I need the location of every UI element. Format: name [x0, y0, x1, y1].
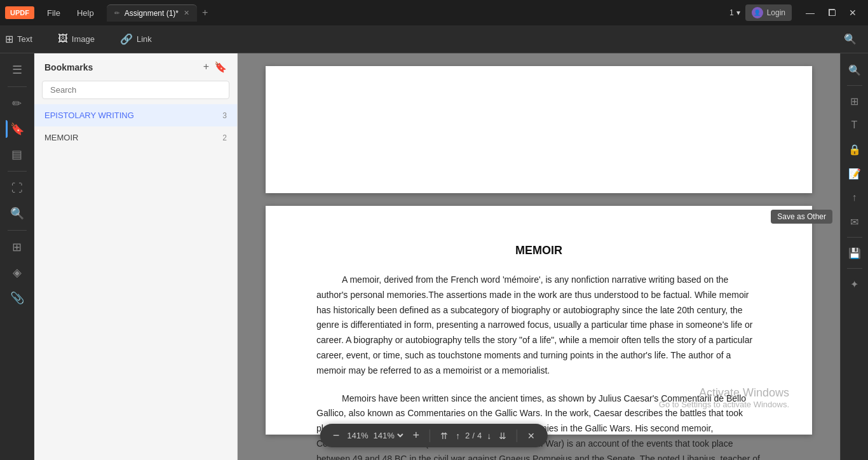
maximize-button[interactable]: ⧠ [824, 6, 840, 19]
minimize-button[interactable]: — [802, 6, 818, 19]
sidebar-icon-search[interactable]: 🔍 [6, 202, 29, 225]
right-icon-scan[interactable]: ⊞ [843, 90, 866, 112]
sidebar-divider-2 [8, 171, 27, 172]
sidebar-icon-layers[interactable]: ◈ [6, 261, 29, 284]
link-tool-icon: 🔗 [120, 33, 133, 45]
toolbar-right-area: 🔍 [840, 30, 860, 48]
page-display: 2 / 4 [465, 431, 482, 440]
close-bar-button[interactable]: ✕ [525, 430, 538, 442]
sidebar-icon-edit[interactable]: ✏ [6, 92, 29, 115]
add-bookmark-button[interactable]: + [203, 61, 209, 73]
tab-close-button[interactable]: ✕ [184, 9, 189, 17]
pdf-page-2: MEMOIR A memoir, derived from the French… [266, 206, 812, 435]
titlebar-right: 1 ▾ 👤 Login — ⧠ ✕ [729, 4, 860, 21]
right-icon-ocr[interactable]: T [843, 114, 866, 137]
pdf-paragraph-1: A memoir, derived from the French word '… [316, 273, 761, 379]
right-icon-share[interactable]: ↑ [843, 186, 866, 209]
tab-assignment[interactable]: ✏ Assignment (1)* ✕ [107, 4, 197, 22]
bar-divider-1 [430, 430, 430, 442]
active-indicator [6, 120, 8, 138]
new-tab-button[interactable]: + [197, 7, 213, 18]
right-icon-edit-file[interactable]: 📝 [843, 162, 866, 185]
login-label: Login [767, 8, 785, 17]
bookmark-item-label: EPISTOLARY WRITING [44, 111, 134, 120]
text-tool-label: Text [17, 34, 32, 44]
menu-help[interactable]: Help [69, 6, 102, 20]
sidebar-icon-attach[interactable]: 📎 [6, 287, 29, 309]
last-page-button[interactable]: ⇊ [496, 430, 509, 442]
bookmark-item-memoir[interactable]: MEMOIR 2 [34, 126, 237, 149]
bookmarks-search-input[interactable] [42, 81, 229, 99]
page-separator: / [472, 431, 475, 440]
pdf-section-heading: MEMOIR [316, 244, 761, 257]
image-tool[interactable]: 🖼 Image [53, 30, 100, 47]
link-tool[interactable]: 🔗 Link [115, 30, 157, 48]
next-page-button[interactable]: ↓ [484, 430, 494, 442]
tab-bar: ✏ Assignment (1)* ✕ + [107, 4, 729, 22]
tab-label: Assignment (1)* [125, 9, 179, 18]
bookmark-item-count: 3 [222, 111, 227, 120]
zoom-select[interactable]: 50% 75% 100% 125% 141% 150% 175% 200% [371, 430, 405, 441]
right-icon-save-as[interactable]: 💾 [843, 241, 866, 264]
right-icon-email[interactable]: ✉ [843, 210, 866, 233]
user-avatar: 👤 [752, 7, 763, 18]
text-tool-icon: ⊞ [5, 33, 13, 45]
left-sidebar: ☰ ✏ 🔖 ▤ ⛶ 🔍 ⊞ ◈ 📎 [0, 53, 34, 460]
sidebar-icon-stamp[interactable]: ⊞ [6, 236, 29, 259]
sidebar-divider-1 [8, 86, 27, 87]
zoom-out-button[interactable]: − [330, 428, 342, 443]
right-icon-protect[interactable]: 🔒 [843, 138, 866, 161]
bookmark-item-epistolary[interactable]: EPISTOLARY WRITING 3 [34, 104, 237, 126]
right-divider-2 [847, 237, 862, 238]
page-navigation: ⇈ ↑ 2 / 4 ↓ ⇊ [438, 430, 509, 442]
total-pages: 4 [477, 431, 482, 440]
pdf-page-1 [266, 66, 812, 193]
zoom-in-button[interactable]: + [410, 428, 423, 443]
pdf-page-content: MEMOIR A memoir, derived from the French… [266, 206, 812, 460]
pdf-page-1-content [266, 66, 812, 168]
bookmarks-title: Bookmarks [44, 62, 93, 72]
image-tool-icon: 🖼 [58, 33, 68, 44]
bookmarks-search-area [42, 81, 229, 99]
search-toolbar-button[interactable]: 🔍 [840, 30, 860, 48]
window-controls: — ⧠ ✕ [802, 6, 860, 19]
menu-bar: File Help [39, 6, 102, 20]
app-logo: UPDF [5, 6, 34, 19]
sidebar-icon-pages[interactable]: ▤ [6, 143, 29, 166]
right-icon-search[interactable]: 🔍 [843, 58, 866, 81]
page-indicator: 1 ▾ [729, 8, 740, 17]
right-toolbar: 🔍 ⊞ T 🔒 📝 ↑ ✉ 💾 ✦ [840, 53, 868, 460]
prev-page-button[interactable]: ↑ [453, 430, 463, 442]
bookmarks-panel: Bookmarks + 🔖 EPISTOLARY WRITING 3 MEMOI… [34, 53, 238, 460]
main-content: ☰ ✏ 🔖 ▤ ⛶ 🔍 ⊞ ◈ 📎 Bookmarks + 🔖 EPISTOLA… [0, 53, 868, 460]
right-icon-assistant[interactable]: ✦ [843, 273, 866, 295]
save-as-other-tooltip: Save as Other [771, 210, 832, 224]
first-page-button[interactable]: ⇈ [438, 430, 451, 442]
bookmarks-actions: + 🔖 [203, 61, 227, 73]
titlebar: UPDF File Help ✏ Assignment (1)* ✕ + 1 ▾… [0, 0, 868, 25]
zoom-level-display: 141% 50% 75% 100% 125% 141% 150% 175% 20… [347, 430, 405, 441]
zoom-value: 141% [347, 431, 368, 440]
sidebar-icon-bookmarks[interactable]: 🔖 [6, 118, 29, 140]
sidebar-icon-organize[interactable]: ⛶ [6, 177, 29, 200]
login-button[interactable]: 👤 Login [745, 4, 792, 21]
bookmark-item-count: 2 [222, 133, 227, 142]
right-divider-1 [847, 85, 862, 86]
bookmark-options-button[interactable]: 🔖 [214, 61, 227, 73]
image-tool-label: Image [72, 34, 95, 44]
bottom-zoom-bar: − 141% 50% 75% 100% 125% 141% 150% 175% … [320, 424, 548, 447]
bookmarks-header: Bookmarks + 🔖 [34, 53, 237, 81]
text-tool[interactable]: ⊞ Text [0, 30, 37, 48]
sidebar-icon-active-wrapper: 🔖 [6, 118, 29, 140]
pdf-viewer[interactable]: MEMOIR A memoir, derived from the French… [238, 53, 840, 460]
close-button[interactable]: ✕ [845, 6, 860, 19]
sidebar-divider-3 [8, 230, 27, 231]
sidebar-icon-thumbnails[interactable]: ☰ [6, 58, 29, 81]
menu-file[interactable]: File [39, 6, 68, 20]
right-divider-3 [847, 268, 862, 269]
bar-divider-2 [517, 430, 517, 442]
editing-toolbar: ⊞ Text 🖼 Image 🔗 Link [0, 25, 157, 53]
toolbar-wrapper: ⊞ Text 🖼 Image 🔗 Link 🔍 [0, 25, 868, 53]
link-tool-label: Link [137, 34, 152, 44]
tab-edit-icon: ✏ [114, 10, 119, 17]
